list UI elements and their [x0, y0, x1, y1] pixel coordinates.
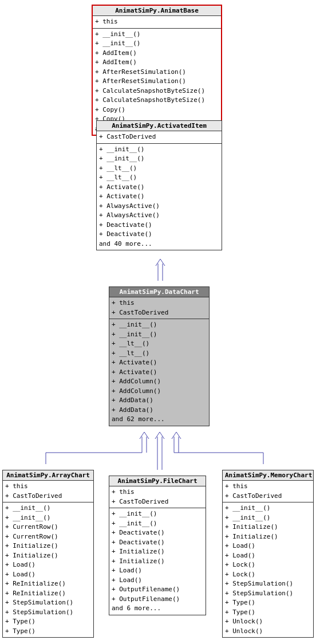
animat-base-section1: + this [93, 16, 221, 29]
file-chart-section1: + this + CastToDerived [109, 486, 206, 508]
activated-item-section1: + CastToDerived [97, 131, 222, 144]
array-chart-title: AnimatSimPy.ArrayChart [3, 470, 93, 481]
activated-item-section2: + __init__() + __init__() + __lt__() + _… [97, 144, 222, 250]
activated-item-box: AnimatSimPy.ActivatedItem + CastToDerive… [96, 120, 222, 250]
array-chart-box: AnimatSimPy.ArrayChart + this + CastToDe… [2, 470, 94, 638]
file-chart-title: AnimatSimPy.FileChart [109, 476, 206, 486]
memory-chart-section2: + __init__() + __init__() + Initialize()… [223, 502, 313, 637]
array-chart-section1: + this + CastToDerived [3, 481, 93, 502]
data-chart-section1: + this + CastToDerived [109, 297, 209, 319]
activated-item-title: AnimatSimPy.ActivatedItem [97, 121, 222, 131]
memory-chart-box: AnimatSimPy.MemoryChart + this + CastToD… [222, 470, 314, 638]
file-chart-box: AnimatSimPy.FileChart + this + CastToDer… [109, 476, 206, 615]
data-chart-box: AnimatSimPy.DataChart + this + CastToDer… [109, 286, 210, 426]
animat-base-box: AnimatSimPy.AnimatBase + this + __init__… [92, 5, 222, 136]
memory-chart-section1: + this + CastToDerived [223, 481, 313, 502]
data-chart-section2: + __init__() + __init__() + __lt__() + _… [109, 319, 209, 426]
array-chart-section2: + __init__() + __init__() + CurrentRow()… [3, 502, 93, 637]
file-chart-section2: + __init__() + __init__() + Deactivate()… [109, 508, 206, 615]
animat-base-section2: + __init__() + __init__() + AddItem() + … [93, 29, 221, 135]
data-chart-title: AnimatSimPy.DataChart [109, 287, 209, 297]
memory-chart-title: AnimatSimPy.MemoryChart [223, 470, 313, 481]
animat-base-title: AnimatSimPy.AnimatBase [93, 6, 221, 16]
diagram-container: AnimatSimPy.AnimatBase + this + __init__… [0, 0, 316, 644]
